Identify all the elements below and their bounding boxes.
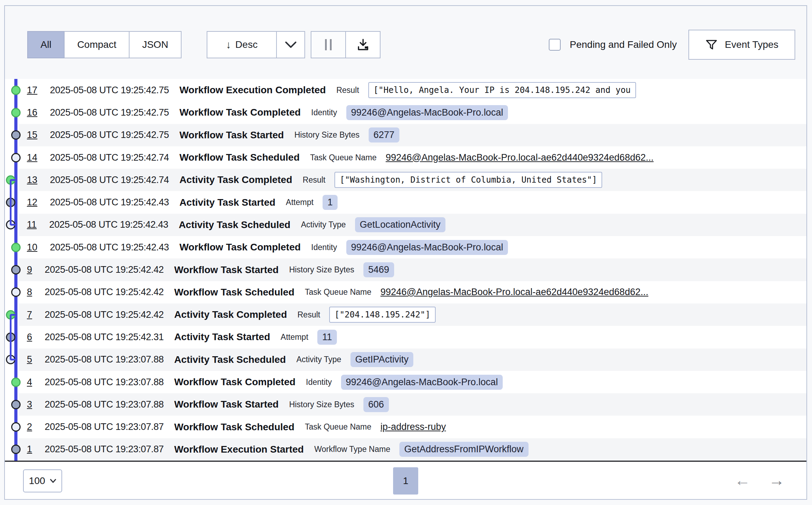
- event-name: Activity Task Completed: [179, 174, 292, 185]
- event-id-link[interactable]: 17: [27, 85, 37, 96]
- event-row-1[interactable]: 1 2025-05-08 UTC 19:23:07.87 Workflow Ex…: [19, 438, 806, 461]
- event-name: Workflow Execution Completed: [179, 85, 326, 96]
- event-detail-label: History Size Bytes: [289, 265, 354, 275]
- event-detail-label: Task Queue Name: [310, 153, 376, 162]
- event-timestamp: 2025-05-08 UTC 19:25:42.74: [50, 175, 169, 185]
- event-detail-value-badge: GetAddressFromIPWorkflow: [399, 442, 529, 457]
- event-timestamp: 2025-05-08 UTC 19:25:42.75: [50, 85, 169, 96]
- event-detail-label: Identity: [311, 243, 337, 252]
- event-name: Workflow Task Completed: [179, 242, 301, 253]
- event-detail-value-badge: 99246@Angelas-MacBook-Pro.local: [346, 240, 508, 255]
- event-timestamp: 2025-05-08 UTC 19:25:42.43: [50, 197, 169, 208]
- event-id-link[interactable]: 15: [27, 130, 37, 140]
- timeline-dot-started: [6, 332, 15, 342]
- event-id-link[interactable]: 8: [27, 287, 32, 298]
- pending-failed-filter: Pending and Failed Only: [549, 31, 677, 58]
- timeline-dot-completed: [6, 310, 15, 320]
- event-detail-value-badge: GetLocationActivity: [355, 217, 445, 232]
- event-id-link[interactable]: 1: [27, 444, 32, 455]
- event-name: Workflow Task Started: [174, 264, 279, 276]
- event-id-link[interactable]: 3: [27, 399, 32, 410]
- event-id-link[interactable]: 10: [27, 242, 37, 253]
- event-history-toolbar: All Compact JSON ↓ Desc: [5, 6, 806, 79]
- event-detail-label: Activity Type: [296, 355, 341, 364]
- event-row-17[interactable]: 17 2025-05-08 UTC 19:25:42.75 Workflow E…: [19, 79, 806, 101]
- event-name: Workflow Task Scheduled: [174, 287, 294, 298]
- event-row-14[interactable]: 14 2025-05-08 UTC 19:25:42.74 Workflow T…: [19, 146, 806, 169]
- event-detail-value-link[interactable]: 99246@Angelas-MacBook-Pro.local-ae62d440…: [386, 152, 654, 163]
- event-id-link[interactable]: 2: [27, 422, 32, 432]
- event-row-3[interactable]: 3 2025-05-08 UTC 19:23:07.88 Workflow Ta…: [19, 393, 806, 416]
- event-timestamp: 2025-05-08 UTC 19:25:42.31: [45, 332, 164, 343]
- event-detail-value-code: ["204.148.195.242"]: [329, 307, 436, 323]
- event-id-link[interactable]: 11: [27, 219, 37, 230]
- page-size-select[interactable]: 100: [23, 469, 62, 492]
- event-row-2[interactable]: 2 2025-05-08 UTC 19:23:07.87 Workflow Ta…: [19, 416, 806, 438]
- sort-dropdown-button[interactable]: [276, 31, 305, 58]
- event-detail-value-badge: GetIPActivity: [350, 352, 414, 367]
- current-page-button[interactable]: 1: [393, 467, 418, 495]
- event-detail-label: Identity: [306, 378, 332, 387]
- event-detail-label: Workflow Type Name: [314, 445, 390, 454]
- event-row-13[interactable]: 13 2025-05-08 UTC 19:25:42.74 Activity T…: [19, 169, 806, 191]
- event-id-link[interactable]: 12: [27, 197, 37, 208]
- select-chevron-icon: [50, 479, 56, 483]
- event-detail-value-code: ["Washington, District of Columbia, Unit…: [334, 172, 602, 188]
- download-icon: [356, 38, 370, 51]
- event-id-link[interactable]: 9: [27, 264, 32, 275]
- page-size-value: 100: [29, 475, 45, 486]
- tab-all[interactable]: All: [27, 31, 64, 58]
- sort-control: ↓ Desc: [207, 31, 305, 58]
- tab-compact[interactable]: Compact: [64, 31, 129, 58]
- event-timestamp: 2025-05-08 UTC 19:25:42.43: [50, 242, 169, 253]
- event-row-8[interactable]: 8 2025-05-08 UTC 19:25:42.42 Workflow Ta…: [19, 281, 806, 303]
- event-id-link[interactable]: 7: [27, 309, 32, 320]
- pause-button[interactable]: [311, 31, 346, 58]
- event-id-link[interactable]: 6: [27, 332, 32, 343]
- event-name: Workflow Task Started: [179, 130, 284, 141]
- event-row-5[interactable]: 5 2025-05-08 UTC 19:23:07.88 Activity Ta…: [19, 349, 806, 371]
- event-id-link[interactable]: 5: [27, 354, 32, 365]
- event-name: Activity Task Scheduled: [179, 219, 290, 230]
- event-id-link[interactable]: 13: [27, 175, 37, 185]
- event-row-9[interactable]: 9 2025-05-08 UTC 19:25:42.42 Workflow Ta…: [19, 258, 806, 281]
- event-timestamp: 2025-05-08 UTC 19:23:07.87: [45, 422, 164, 432]
- timeline-dot-started: [6, 198, 15, 207]
- event-id-link[interactable]: 4: [27, 377, 32, 388]
- event-detail-value-badge: 11: [317, 330, 337, 345]
- event-row-4[interactable]: 4 2025-05-08 UTC 19:23:07.88 Workflow Ta…: [19, 371, 806, 393]
- sort-desc-button[interactable]: ↓ Desc: [207, 31, 276, 58]
- event-detail-label: Attempt: [281, 332, 308, 342]
- download-button[interactable]: [346, 31, 381, 58]
- pending-failed-checkbox[interactable]: [549, 39, 561, 51]
- event-row-16[interactable]: 16 2025-05-08 UTC 19:25:42.75 Workflow T…: [19, 101, 806, 124]
- event-detail-value-badge: 1: [323, 195, 338, 210]
- event-name: Workflow Task Started: [174, 399, 279, 410]
- event-name: Workflow Task Completed: [174, 376, 295, 388]
- event-id-link[interactable]: 14: [27, 152, 37, 163]
- tab-json[interactable]: JSON: [129, 31, 182, 58]
- event-detail-value-link[interactable]: ip-address-ruby: [381, 422, 446, 432]
- event-history-table: 17 2025-05-08 UTC 19:25:42.75 Workflow E…: [5, 79, 806, 462]
- next-page-arrow-icon[interactable]: →: [769, 468, 785, 492]
- timeline-branch-connector: [10, 179, 16, 181]
- event-timestamp: 2025-05-08 UTC 19:23:07.88: [45, 399, 164, 410]
- event-name: Workflow Task Scheduled: [179, 152, 300, 163]
- event-timestamp: 2025-05-08 UTC 19:25:42.43: [49, 219, 168, 230]
- pagination-footer: 100 1 ← →: [5, 462, 806, 499]
- event-types-button[interactable]: Event Types: [688, 30, 795, 60]
- timeline-branch-connector: [10, 314, 16, 316]
- event-timestamp: 2025-05-08 UTC 19:25:42.74: [50, 152, 169, 163]
- event-row-7[interactable]: 7 2025-05-08 UTC 19:25:42.42 Activity Ta…: [19, 303, 806, 326]
- event-row-12[interactable]: 12 2025-05-08 UTC 19:25:42.43 Activity T…: [19, 191, 806, 213]
- event-row-6[interactable]: 6 2025-05-08 UTC 19:25:42.31 Activity Ta…: [19, 326, 806, 348]
- event-row-15[interactable]: 15 2025-05-08 UTC 19:25:42.75 Workflow T…: [19, 124, 806, 146]
- prev-page-arrow-icon[interactable]: ←: [735, 468, 751, 492]
- event-id-link[interactable]: 16: [27, 107, 37, 118]
- timeline-main-line: [14, 79, 17, 461]
- event-detail-value-link[interactable]: 99246@Angelas-MacBook-Pro.local-ae62d440…: [381, 287, 648, 298]
- event-name: Activity Task Started: [179, 197, 275, 208]
- event-timestamp: 2025-05-08 UTC 19:25:42.75: [50, 130, 169, 140]
- event-row-11[interactable]: 11 2025-05-08 UTC 19:25:42.43 Activity T…: [19, 214, 806, 236]
- event-row-10[interactable]: 10 2025-05-08 UTC 19:25:42.43 Workflow T…: [19, 236, 806, 258]
